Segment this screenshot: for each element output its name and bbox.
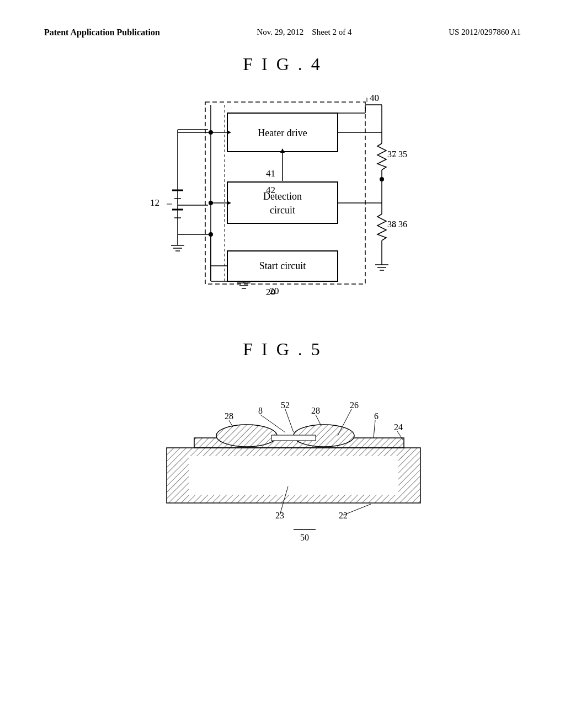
svg-line-77 (374, 420, 375, 438)
label-38: 38 (387, 220, 396, 229)
pub-number: US 2012/0297860 A1 (449, 28, 521, 37)
sheet-info: Sheet 2 of 4 (312, 28, 351, 36)
svg-line-74 (285, 409, 294, 432)
label-42: 42 (266, 185, 275, 195)
label-41: 41 (266, 168, 275, 179)
fig4-title: F I G . 4 (44, 54, 521, 74)
svg-rect-3 (227, 182, 338, 223)
label-20-text: 20 (270, 286, 279, 296)
svg-point-49 (209, 130, 213, 135)
label-12: 12 (150, 197, 159, 208)
label-36: 36 (398, 220, 407, 229)
svg-rect-62 (189, 456, 398, 495)
svg-marker-22 (280, 148, 285, 153)
label-6: 6 (374, 411, 379, 421)
fig5-diagram: 28 8 52 28 26 6 24 23 22 (145, 371, 420, 525)
svg-rect-71 (271, 435, 316, 441)
label-28a: 28 (225, 411, 233, 421)
svg-line-75 (316, 415, 321, 426)
label-50: 50 (300, 533, 309, 542)
svg-line-80 (343, 504, 371, 515)
label-23: 23 (275, 511, 284, 520)
label-37: 37 (387, 149, 396, 159)
detection-label2: circuit (270, 205, 295, 216)
label-8: 8 (258, 406, 263, 415)
svg-marker-48 (227, 201, 231, 205)
label-40: 40 (370, 93, 379, 103)
label-35: 35 (398, 149, 407, 159)
publication-meta: Nov. 29, 2012 Sheet 2 of 4 (257, 28, 352, 37)
label-52: 52 (281, 400, 290, 410)
fig4-diagram: 40 Heater drive Detection circuit Start … (117, 85, 448, 317)
label-28b: 28 (311, 406, 320, 415)
patent-page: Patent Application Publication Nov. 29, … (0, 0, 565, 728)
label-22: 22 (339, 511, 348, 520)
label-24: 24 (394, 422, 403, 432)
pub-date: Nov. 29, 2012 (257, 28, 304, 36)
svg-point-50 (209, 201, 213, 205)
fig5-title: F I G . 5 (44, 339, 521, 360)
svg-rect-68 (216, 425, 277, 447)
start-circuit-label: Start circuit (259, 260, 306, 271)
page-header: Patent Application Publication Nov. 29, … (44, 28, 521, 38)
svg-marker-20 (227, 130, 231, 135)
heater-drive-label: Heater drive (258, 127, 307, 138)
label-26: 26 (350, 400, 359, 410)
publication-type: Patent Application Publication (44, 28, 160, 38)
